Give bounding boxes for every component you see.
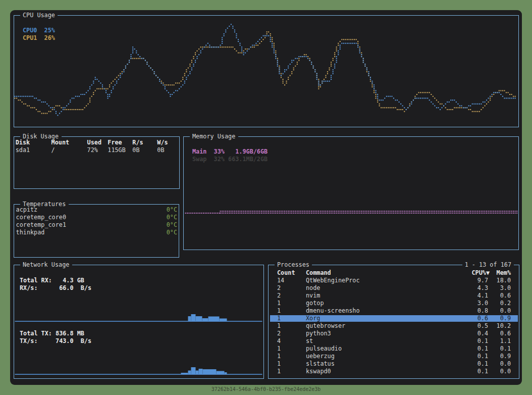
desktop: CPU Usage CPU0 25%CPU1 26% Disk Usage Di…: [0, 0, 532, 395]
process-mem: 0.6: [483, 330, 511, 337]
process-mem: 10.2: [483, 322, 511, 330]
process-command: python3: [306, 330, 331, 337]
process-mem: 0.0: [483, 307, 511, 315]
disk-cell: 115GB: [108, 146, 126, 154]
disk-col-header: W/s: [157, 139, 168, 146]
temperature-value: 0°C: [167, 229, 177, 236]
proc-col-command: Command: [306, 269, 331, 277]
disk-cell: /: [51, 146, 55, 154]
temperature-label: coretemp_core0: [16, 214, 66, 221]
process-row[interactable]: 2python30.40.6: [270, 330, 518, 337]
process-command: node: [306, 284, 320, 292]
cpu-history-chart: [14, 16, 518, 126]
process-mem: 0.9: [483, 353, 511, 360]
process-command: QtWebEngineProc: [306, 277, 360, 284]
process-mem: 0.0: [483, 360, 511, 368]
process-count: 1: [277, 353, 281, 360]
process-command: gotop: [306, 300, 324, 307]
disk-cell: 72%: [87, 146, 98, 154]
process-row[interactable]: 4st0.11.1: [270, 338, 518, 344]
process-mem: 0.9: [483, 315, 511, 322]
process-count: 2: [277, 330, 281, 337]
network-usage-panel: Network Usage Total RX: 4.3 GB RX/s: 66.…: [14, 265, 264, 379]
process-row[interactable]: 1gotop3.00.2: [270, 300, 518, 307]
network-history-chart: [14, 265, 263, 377]
process-row[interactable]: 1qutebrowser0.510.2: [270, 323, 518, 329]
temperature-label: coretemp_core1: [16, 221, 66, 229]
terminal-window: CPU Usage CPU0 25%CPU1 26% Disk Usage Di…: [10, 10, 522, 385]
process-mem: 0.2: [483, 300, 511, 307]
disk-col-header: Used: [87, 139, 101, 146]
temperature-value: 0°C: [167, 206, 177, 214]
proc-col-mem: Mem%: [483, 269, 511, 277]
processes-panel-title: Processes: [275, 261, 312, 269]
disk-col-header: Mount: [51, 139, 70, 146]
process-count: 1: [277, 360, 281, 368]
footer-session-id: 37262b14-546a-4bf0-b235-fbe24ede2e3b: [0, 386, 532, 393]
memory-usage-panel: Memory Usage Main 33% 1.9GB/6GBSwap 32% …: [183, 136, 519, 250]
process-count: 1: [277, 315, 281, 322]
process-command: pulseaudio: [306, 345, 342, 353]
disk-col-header: Free: [108, 139, 122, 146]
process-count: 1: [277, 368, 281, 375]
process-row[interactable]: 2node4.33.0: [270, 285, 518, 291]
cpu-usage-panel: CPU Usage CPU0 25%CPU1 26%: [14, 15, 519, 127]
process-row[interactable]: 14QtWebEngineProc9.718.0: [270, 277, 518, 284]
process-command: slstatus: [306, 360, 335, 368]
process-count: 2: [277, 292, 281, 300]
process-mem: 1.1: [483, 337, 511, 345]
process-command: kswapd0: [306, 368, 331, 375]
disk-cell: 0B: [157, 146, 164, 154]
process-count: 1: [277, 322, 281, 330]
processes-pager: 1 - 13 of 167: [462, 261, 514, 269]
temperature-label: thinkpad: [16, 229, 45, 236]
process-mem: 3.0: [483, 284, 511, 292]
temperature-value: 0°C: [167, 221, 177, 229]
process-command: st: [306, 337, 313, 345]
process-count: 1: [277, 300, 281, 307]
process-command: nvim: [306, 292, 320, 300]
process-row[interactable]: 2nvim4.10.6: [270, 292, 518, 299]
process-mem: 0.0: [483, 368, 511, 375]
process-row[interactable]: 1pulseaudio0.10.1: [270, 345, 518, 352]
process-command: Xorg: [306, 315, 320, 322]
disk-cell: 0B: [132, 146, 139, 154]
process-row[interactable]: 1slstatus0.10.0: [270, 361, 518, 367]
process-count: 14: [277, 277, 284, 284]
process-count: 1: [277, 307, 281, 315]
temperatures-panel: Temperatures acpitz0°Ccoretemp_core00°Cc…: [14, 204, 179, 258]
temperature-label: acpitz: [16, 206, 38, 214]
process-row[interactable]: 1dmenu-screensho0.80.0: [270, 308, 518, 314]
process-row-selected[interactable]: 1Xorg0.60.9: [270, 315, 518, 322]
memory-history-chart: [184, 137, 518, 249]
disk-col-header: R/s: [132, 139, 143, 146]
process-count: 4: [277, 337, 281, 345]
process-command: dmenu-screensho: [306, 307, 360, 315]
process-command: qutebrowser: [306, 322, 345, 330]
process-count: 2: [277, 284, 281, 292]
disk-usage-panel: Disk Usage DiskMountUsedFreeR/sW/ssda1/7…: [14, 136, 180, 189]
proc-col-count: Count: [277, 269, 295, 277]
disk-col-header: Disk: [16, 139, 30, 146]
process-mem: 0.6: [483, 292, 511, 300]
process-command: ueberzug: [306, 353, 335, 360]
disk-cell: sda1: [16, 146, 30, 154]
process-row[interactable]: 1ueberzug0.10.9: [270, 353, 518, 360]
process-row[interactable]: 1kswapd00.10.0: [270, 368, 518, 375]
temperature-value: 0°C: [167, 214, 177, 221]
processes-panel: Processes 1 - 13 of 167 CountCommandCPU%…: [268, 265, 519, 379]
process-mem: 18.0: [483, 277, 511, 284]
process-count: 1: [277, 345, 281, 353]
process-mem: 0.1: [483, 345, 511, 353]
